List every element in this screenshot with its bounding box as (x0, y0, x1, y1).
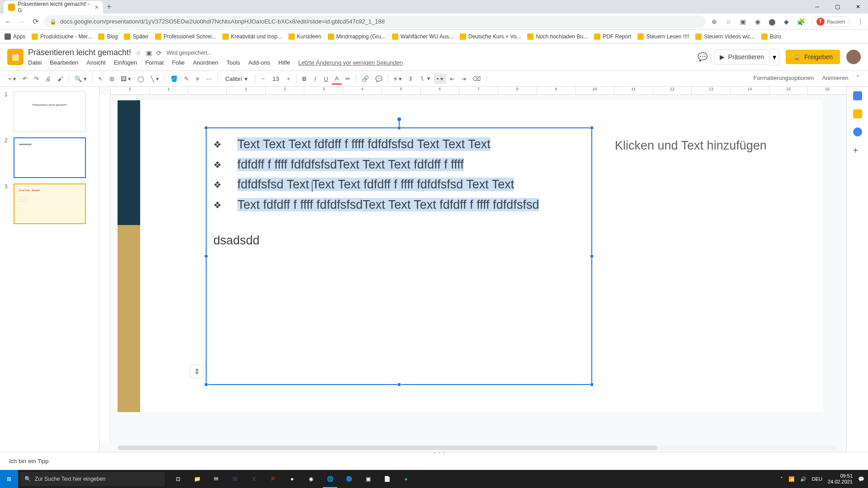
menu-edit[interactable]: Bearbeiten (50, 59, 78, 66)
obs-icon[interactable]: ◉ (302, 470, 320, 488)
bold-button[interactable]: B (299, 74, 309, 84)
undo-button[interactable]: ↶ (20, 74, 30, 84)
ext3-icon[interactable]: ◆ (783, 18, 791, 26)
slide-thumb-1[interactable]: 1 Präsentieren leicht gemacht! (5, 91, 94, 132)
paint-format-button[interactable]: 🖌 (55, 74, 66, 84)
menu-view[interactable]: Ansicht (86, 59, 106, 66)
notes-text[interactable]: Ich bin ein Tipp (9, 458, 48, 465)
horizontal-ruler[interactable]: 2112345678910111213141516 (110, 87, 846, 95)
menu-slide[interactable]: Folie (172, 59, 184, 66)
task-view-icon[interactable]: ⊡ (169, 470, 187, 488)
bookmark-item[interactable]: Büro (761, 33, 781, 40)
menu-insert[interactable]: Einfügen (114, 59, 137, 66)
menu-arrange[interactable]: Anordnen (193, 59, 218, 66)
underline-button[interactable]: U (321, 74, 331, 84)
bookmark-item[interactable]: Wahlfächer WU Aus... (392, 33, 453, 40)
spotify-icon[interactable]: ● (397, 470, 415, 488)
powerpoint-icon[interactable]: P (264, 470, 282, 488)
textbox-tool[interactable]: ⊞ (107, 74, 117, 84)
resize-handle[interactable] (590, 383, 594, 386)
line-tool[interactable]: ╲ ▾ (148, 74, 162, 84)
bullet-item[interactable]: ❖fdfdff f ffff fdfdfsfsdText Text Text f… (213, 155, 585, 174)
slide-thumb-2[interactable]: 2 qweqweqwq (5, 137, 94, 178)
mail-icon[interactable]: ✉ (207, 470, 225, 488)
star-icon[interactable]: ☆ (725, 18, 733, 26)
bookmark-item[interactable]: Steuern Lesen !!!! (637, 33, 689, 40)
menu-help[interactable]: Hilfe (278, 59, 290, 66)
resize-handle[interactable] (204, 254, 208, 258)
edge-icon[interactable]: 🔵 (340, 470, 358, 488)
content-textbox[interactable]: ❖Text Text Text fdfdff f ffff fdfdfsfsd … (206, 127, 592, 385)
network-icon[interactable]: 📶 (788, 476, 795, 482)
line-spacing-button[interactable]: ⇕ (406, 74, 416, 84)
url-input[interactable]: 🔒 docs.google.com/presentation/d/1yV372S… (44, 15, 706, 28)
readlater-icon[interactable]: ▣ (739, 18, 747, 26)
close-window-button[interactable]: ✕ (848, 0, 868, 14)
notepad-icon[interactable]: 📄 (378, 470, 396, 488)
font-size-increase[interactable]: + (283, 74, 293, 84)
indent-decrease-button[interactable]: ⇤ (447, 74, 458, 84)
extensions-icon[interactable]: 🧩 (797, 18, 805, 26)
zoom-icon[interactable]: ⊕ (710, 18, 718, 26)
taskbar-search[interactable]: 🔍 Zur Suche Text hier eingeben (20, 472, 165, 486)
start-button[interactable]: ⊞ (0, 470, 18, 488)
slide-canvas[interactable]: ❖Text Text Text fdfdff f ffff fdfdfsfsd … (118, 100, 823, 412)
highlight-button[interactable]: ✏ (343, 74, 353, 84)
text-color-button[interactable]: A (332, 73, 342, 84)
tray-chevron-icon[interactable]: ˄ (780, 476, 783, 482)
resize-handle[interactable] (204, 383, 208, 386)
calendar-icon[interactable] (853, 91, 862, 100)
account-avatar[interactable] (846, 50, 861, 64)
speaker-notes[interactable]: • • • Ich bin ein Tipp (0, 452, 868, 470)
chrome-menu-icon[interactable]: ⋮ (856, 18, 864, 26)
menu-format[interactable]: Format (145, 59, 164, 66)
bullet-item[interactable]: ❖Text Text Text fdfdff f ffff fdfdfsfsd … (213, 135, 585, 154)
font-size-input[interactable]: 13 (269, 74, 283, 84)
resize-handle[interactable] (590, 126, 594, 130)
minimize-button[interactable]: ─ (807, 0, 827, 14)
clock[interactable]: 09:51 24.02.2021 (828, 473, 853, 485)
new-slide-button[interactable]: + ▾ (5, 74, 19, 84)
collapse-toolbar-icon[interactable]: ˆ (857, 75, 859, 83)
border-dash-button[interactable]: ⋯ (203, 74, 215, 84)
doc-title[interactable]: Präsentieren leicht gemacht! (28, 48, 131, 57)
excel-icon[interactable]: X (245, 470, 263, 488)
star-doc-icon[interactable]: ☆ (136, 49, 142, 56)
bookmark-item[interactable]: Blog (98, 33, 118, 40)
link-button[interactable]: 🔗 (359, 74, 372, 84)
bookmark-item[interactable]: Noch hochladen Bu... (527, 33, 588, 40)
animate-button[interactable]: Animieren (822, 75, 849, 83)
format-options-button[interactable]: Formatierungsoptionen (753, 75, 814, 83)
resize-handle[interactable] (590, 254, 594, 258)
bookmark-item[interactable]: Professionell Schrei... (155, 33, 216, 40)
font-select[interactable]: Calibri ▾ (221, 74, 252, 84)
rotate-handle[interactable] (397, 117, 401, 121)
word-icon[interactable]: W (226, 470, 244, 488)
numbered-list-button[interactable]: ⒈ ▾ (417, 73, 433, 84)
new-tab-button[interactable]: + (107, 2, 112, 12)
bookmark-item[interactable]: Kursideen (288, 33, 321, 40)
shape-tool[interactable]: ◯ (135, 74, 147, 84)
zoom-button[interactable]: 🔍 ▾ (72, 74, 90, 84)
bookmark-apps[interactable]: Apps (5, 33, 25, 40)
ext2-icon[interactable]: ⬤ (768, 18, 776, 26)
close-tab-icon[interactable]: × (95, 4, 99, 11)
image-tool[interactable]: 🖼 ▾ (118, 74, 134, 84)
resize-handle[interactable] (397, 383, 401, 386)
bookmark-item[interactable]: Kreativität und Insp... (222, 33, 282, 40)
share-button[interactable]: 🔒 Freigeben (786, 50, 840, 64)
bookmark-item[interactable]: Mindmapping (Gru... (328, 33, 386, 40)
bookmark-item[interactable]: Später (124, 33, 148, 40)
fit-text-icon[interactable]: ⇕ (190, 365, 203, 378)
plain-text[interactable]: dsadsdd (213, 234, 585, 248)
bookmark-item[interactable]: Steuern Videos wic... (695, 33, 755, 40)
menu-tools[interactable]: Tools (226, 59, 240, 66)
bookmark-item[interactable]: Deutsche Kurs + Vo... (460, 33, 521, 40)
indent-increase-button[interactable]: ⇥ (458, 74, 469, 84)
vertical-ruler[interactable] (99, 95, 110, 443)
comment-button[interactable]: 💬 (373, 74, 385, 84)
back-button[interactable]: ← (4, 18, 13, 26)
bulleted-list-button[interactable]: • ▾ (434, 74, 446, 84)
bookmark-item[interactable]: Produktsuche - Mer... (32, 33, 92, 40)
profile-paused[interactable]: T Pausiert (811, 16, 850, 27)
